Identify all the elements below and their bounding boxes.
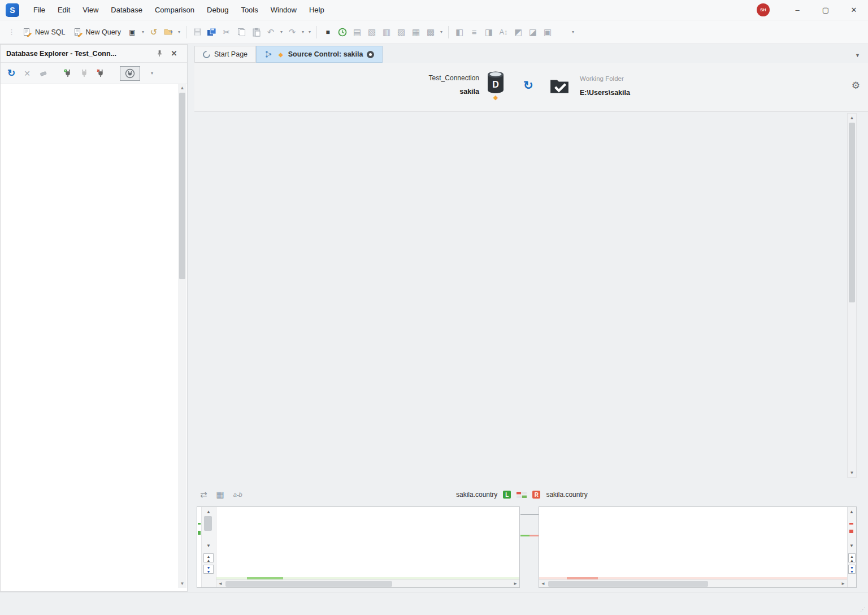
dropdown-caret[interactable]: ▾ <box>176 29 183 34</box>
menu-help[interactable]: Help <box>303 0 331 20</box>
disconnect-icon[interactable] <box>80 69 88 77</box>
next-difference-icon[interactable]: ▼▼ <box>203 565 214 574</box>
toolbar-icon-2[interactable]: ▧ <box>364 25 379 40</box>
maximize-button[interactable]: ▢ <box>811 0 840 20</box>
refresh-connection-icon[interactable]: ↻ <box>523 79 533 92</box>
toolbar-icon-9[interactable]: ◨ <box>481 25 496 40</box>
tab-list-dropdown-icon[interactable]: ▼ <box>855 53 860 58</box>
save-icon[interactable] <box>190 25 205 40</box>
open-file-icon[interactable] <box>161 25 176 40</box>
horizontal-scrollbar[interactable]: ◄ ► <box>539 579 847 587</box>
pin-icon[interactable] <box>152 50 167 57</box>
refresh-icon[interactable]: ↻ <box>7 67 15 79</box>
toolbar-icon-11[interactable]: ◩ <box>511 25 526 40</box>
menu-file[interactable]: File <box>27 0 51 20</box>
undo-icon[interactable]: ↶ <box>263 25 278 40</box>
scroll-down-icon[interactable]: ▼ <box>848 469 856 477</box>
toolbar-icon-10[interactable]: A↕ <box>496 25 511 40</box>
scroll-up-icon[interactable]: ▲ <box>848 114 856 122</box>
menu-database[interactable]: Database <box>105 0 149 20</box>
toolbar-icon-3[interactable]: ▥ <box>379 25 394 40</box>
menu-edit[interactable]: Edit <box>51 0 76 20</box>
menu-window[interactable]: Window <box>264 0 303 20</box>
menu-comparison[interactable]: Comparison <box>149 0 201 20</box>
scrollbar-thumb[interactable] <box>548 581 708 587</box>
tree-scrollbar[interactable]: ▲ ▼ <box>178 84 186 588</box>
scroll-up-icon[interactable]: ▲ <box>848 508 856 516</box>
gear-icon[interactable]: ⚙ <box>852 80 860 92</box>
scroll-right-icon[interactable]: ► <box>839 580 847 587</box>
eraser-icon[interactable] <box>39 70 47 77</box>
open-recent-icon[interactable]: ↺ <box>146 25 161 40</box>
dropdown-caret[interactable]: ▾ <box>300 29 306 34</box>
sql-code-local[interactable]: ◄ ► <box>216 507 519 587</box>
toolbar-icon-4[interactable]: ▨ <box>394 25 409 40</box>
scroll-left-icon[interactable]: ◄ <box>216 580 224 587</box>
stop-icon[interactable]: ■ <box>320 25 335 40</box>
dropdown-caret[interactable]: ▾ <box>570 29 576 34</box>
previous-difference-icon[interactable]: ▲▲ <box>203 553 214 562</box>
resize-grip[interactable]: ⋰ <box>860 607 866 613</box>
diff-right-pane[interactable]: ◄ ► ▲ ▼ ▲▲ ▼▼ <box>539 506 857 588</box>
menu-tools[interactable]: Tools <box>235 0 264 20</box>
swap-sides-icon[interactable]: ⇄ <box>200 490 207 500</box>
dropdown-caret[interactable]: ▾ <box>140 29 146 34</box>
sql-code-remote[interactable]: ◄ ► <box>539 507 847 587</box>
toolbar-icon-8[interactable]: ≡ <box>467 25 481 40</box>
execution-history-icon[interactable] <box>335 25 350 40</box>
panel-title: Database Explorer - Test_Conn... <box>6 50 116 58</box>
connect-icon[interactable] <box>64 69 72 77</box>
toolbar-icon-6[interactable]: ▩ <box>423 25 438 40</box>
scrollbar-thumb[interactable] <box>225 581 392 587</box>
tab-source-control[interactable]: ◆ Source Control: sakila <box>256 46 383 63</box>
toolbar-icon-5[interactable]: ▦ <box>409 25 423 40</box>
cut-icon[interactable]: ✂ <box>219 25 234 40</box>
diff-right-scrollbar[interactable]: ▲ ▼ ▲▲ ▼▼ <box>847 507 856 587</box>
close-button[interactable]: ✕ <box>840 0 868 20</box>
account-badge[interactable]: SH <box>757 3 770 16</box>
copy-icon[interactable] <box>234 25 249 40</box>
toolbar-icon-7[interactable]: ◧ <box>452 25 467 40</box>
scroll-left-icon[interactable]: ◄ <box>539 580 547 587</box>
dropdown-caret[interactable]: ▾ <box>306 29 313 34</box>
new-query-button[interactable]: New Query <box>70 25 125 39</box>
scrollbar-thumb[interactable] <box>179 93 185 279</box>
tab-start-page[interactable]: Start Page <box>194 46 256 63</box>
minimize-button[interactable]: – <box>783 0 811 20</box>
dropdown-caret[interactable]: ▾ <box>438 29 445 34</box>
diff-left-pane[interactable]: ▲ ▼ ▲▲ ▼▼ ◄ ► <box>197 506 520 588</box>
menu-view[interactable]: View <box>76 0 105 20</box>
next-difference-icon[interactable]: ▼▼ <box>848 565 856 574</box>
delete-icon[interactable]: ✕ <box>24 69 31 78</box>
redo-icon[interactable]: ↷ <box>285 25 300 40</box>
scroll-down-icon[interactable]: ▼ <box>178 580 186 588</box>
scroll-right-icon[interactable]: ► <box>511 580 519 587</box>
scroll-up-icon[interactable]: ▲ <box>178 84 186 92</box>
scroll-down-icon[interactable]: ▼ <box>848 542 856 550</box>
menu-debug[interactable]: Debug <box>201 0 235 20</box>
new-window-icon[interactable]: ▣ <box>125 25 140 40</box>
toolbar-icon-1[interactable]: ▤ <box>350 25 364 40</box>
compare-direction-icon <box>517 491 527 499</box>
dropdown-caret[interactable]: ▾ <box>278 29 285 34</box>
remove-connection-icon[interactable] <box>97 69 105 77</box>
save-all-icon[interactable] <box>205 25 219 40</box>
word-compare-icon[interactable]: a-b <box>233 491 242 498</box>
diff-left-scrollbar[interactable]: ▲ ▼ ▲▲ ▼▼ <box>202 507 216 587</box>
close-panel-icon[interactable]: ✕ <box>167 49 181 58</box>
dropdown-caret[interactable]: ▾ <box>149 71 155 76</box>
paste-icon[interactable] <box>249 25 263 40</box>
scroll-down-icon[interactable]: ▼ <box>203 542 214 550</box>
toolbar-icon-12[interactable]: ◪ <box>526 25 540 40</box>
scrollbar-thumb[interactable] <box>204 516 212 531</box>
tab-options-icon[interactable] <box>367 51 374 58</box>
scrollbar-thumb[interactable] <box>849 123 855 302</box>
previous-difference-icon[interactable]: ▲▲ <box>848 553 856 562</box>
grid-view-icon[interactable]: ▦ <box>216 490 224 500</box>
new-sql-button[interactable]: New SQL <box>19 25 70 39</box>
horizontal-scrollbar[interactable]: ◄ ► <box>216 579 519 587</box>
scroll-up-icon[interactable]: ▲ <box>203 508 214 516</box>
changes-scrollbar[interactable]: ▲ ▼ <box>847 113 857 478</box>
view-options-icon[interactable] <box>120 66 140 81</box>
toolbar-icon-13[interactable]: ▣ <box>540 25 555 40</box>
